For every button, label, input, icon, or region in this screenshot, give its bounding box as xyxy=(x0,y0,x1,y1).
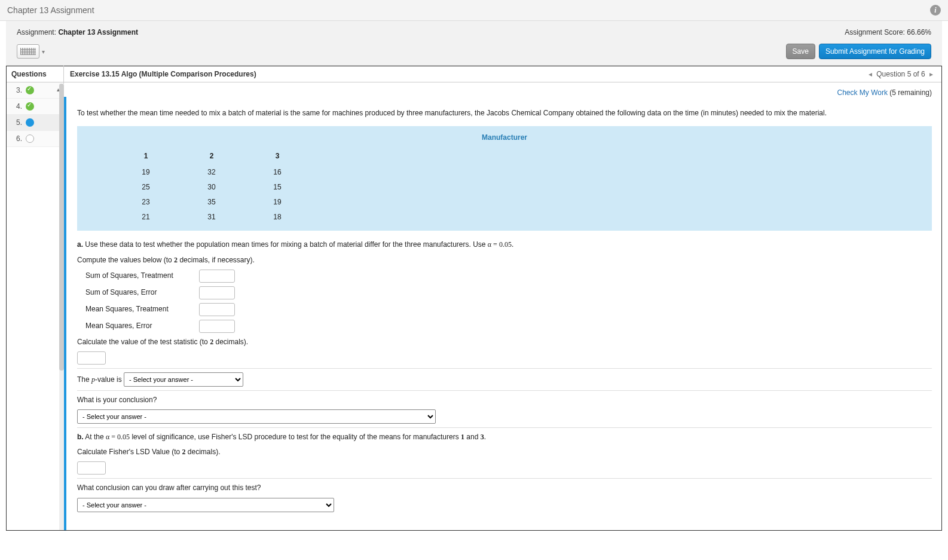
score-value: 66.66% xyxy=(907,28,931,36)
check-my-work-row: Check My Work (5 remaining) xyxy=(64,82,941,97)
sidebar-scrollbar[interactable] xyxy=(59,84,64,530)
manufacturer-table: Manufacturer 1 2 3 19 32 16 25 30 15 23 … xyxy=(77,126,932,231)
label-sse: Sum of Squares, Error xyxy=(85,287,193,298)
question-body: To test whether the mean time needed to … xyxy=(64,97,941,530)
check-my-work-link[interactable]: Check My Work xyxy=(837,88,887,97)
part-a-text: a. Use these data to test whether the po… xyxy=(77,239,932,250)
question-pager: ◂ Question 5 of 6 ▸ xyxy=(866,70,935,78)
input-lsd[interactable] xyxy=(77,461,106,475)
scroll-thumb[interactable] xyxy=(59,84,64,371)
input-mst[interactable] xyxy=(199,303,235,316)
label-sst: Sum of Squares, Treatment xyxy=(85,270,193,281)
table-cell: 30 xyxy=(179,180,244,195)
status-empty-icon xyxy=(26,134,34,143)
table-cell: 19 xyxy=(113,165,179,180)
part-b-label: b. xyxy=(77,433,84,441)
table-cell: 19 xyxy=(244,195,310,210)
part-a-label: a. xyxy=(77,240,83,249)
question-item-4[interactable]: 4. xyxy=(7,99,63,115)
status-ok-icon xyxy=(26,102,34,111)
question-number: 3. xyxy=(11,86,22,94)
question-number: 5. xyxy=(11,118,22,127)
questions-header: Questions xyxy=(7,66,63,82)
table-cell: 25 xyxy=(113,180,179,195)
col-head-2: 2 xyxy=(179,148,244,164)
table-title: Manufacturer xyxy=(113,132,896,148)
input-mse[interactable] xyxy=(199,320,235,333)
table-cell: 15 xyxy=(244,180,310,195)
question-item-6[interactable]: 6. xyxy=(7,131,63,147)
select-pvalue[interactable]: - Select your answer - xyxy=(124,372,243,387)
status-current-icon xyxy=(26,118,34,127)
table-cell: 18 xyxy=(244,210,310,225)
question-number: 4. xyxy=(11,102,22,111)
table-cell: 31 xyxy=(179,210,244,225)
assignment-label: Assignment: xyxy=(17,28,56,36)
table-cell: 23 xyxy=(113,195,179,210)
compute-instruction: Compute the values below (to 2 decimals,… xyxy=(77,255,932,266)
content-panel: Exercise 13.15 Algo (Multiple Comparison… xyxy=(64,66,941,530)
intro-text: To test whether the mean time needed to … xyxy=(77,108,932,119)
question-number: 6. xyxy=(11,134,22,143)
active-indicator-bar xyxy=(64,97,66,530)
score-label: Assignment Score: xyxy=(845,28,905,36)
test-stat-instruction: Calculate the value of the test statisti… xyxy=(77,336,932,348)
chevron-down-icon: ▾ xyxy=(42,48,45,55)
chevron-right-icon[interactable]: ▸ xyxy=(927,70,935,78)
table-cell: 21 xyxy=(113,210,179,225)
field-sse: Sum of Squares, Error xyxy=(85,286,932,299)
final-conclusion-q: What conclusion can you draw after carry… xyxy=(77,482,932,494)
input-sst[interactable] xyxy=(199,270,235,283)
lsd-instruction: Calculate Fisher's LSD Value (to 2 decim… xyxy=(77,446,932,458)
content-header: Exercise 13.15 Algo (Multiple Comparison… xyxy=(64,66,941,82)
input-sse[interactable] xyxy=(199,286,235,299)
select-conclusion[interactable]: - Select your answer - xyxy=(77,409,436,424)
input-test-statistic[interactable] xyxy=(77,351,106,365)
question-item-3[interactable]: 3. ▴ xyxy=(7,82,63,99)
assignment-name: Chapter 13 Assignment xyxy=(58,28,138,36)
save-button[interactable]: Save xyxy=(786,44,815,59)
field-mst: Mean Squares, Treatment xyxy=(85,303,932,316)
question-item-5[interactable]: 5. xyxy=(7,115,63,131)
assignment-bar: Assignment: Chapter 13 Assignment Assign… xyxy=(6,21,942,66)
field-mse: Mean Squares, Error xyxy=(85,320,932,333)
main-area: Questions 3. ▴ 4. 5. 6. Exercise 13.15 A… xyxy=(6,66,942,531)
alpha-expression-b: α = 0.05 xyxy=(106,433,130,441)
alpha-expression: α = 0.05 xyxy=(488,240,512,249)
page-title: Chapter 13 Assignment xyxy=(7,5,94,15)
select-final-conclusion[interactable]: - Select your answer - xyxy=(77,498,334,512)
table-cell: 32 xyxy=(179,165,244,180)
col-head-1: 1 xyxy=(113,148,179,164)
info-icon[interactable]: i xyxy=(930,5,941,16)
keyboard-icon xyxy=(17,44,39,59)
table-cell: 35 xyxy=(179,195,244,210)
keyboard-toggle[interactable]: ▾ xyxy=(17,44,45,59)
part-b-text: b. At the α = 0.05 level of significance… xyxy=(77,432,932,443)
chevron-left-icon[interactable]: ◂ xyxy=(866,70,874,78)
label-mse: Mean Squares, Error xyxy=(85,320,193,332)
check-remaining: (5 remaining) xyxy=(889,88,932,97)
exercise-title: Exercise 13.15 Algo (Multiple Comparison… xyxy=(70,70,256,78)
submit-button[interactable]: Submit Assignment for Grading xyxy=(819,44,931,59)
table-cell: 16 xyxy=(244,165,310,180)
conclusion-q: What is your conclusion? xyxy=(77,394,932,406)
field-sst: Sum of Squares, Treatment xyxy=(85,270,932,283)
label-mst: Mean Squares, Treatment xyxy=(85,304,193,315)
col-head-3: 3 xyxy=(244,148,310,164)
status-ok-icon xyxy=(26,86,34,94)
page-header: Chapter 13 Assignment i xyxy=(0,0,948,21)
pager-text: Question 5 of 6 xyxy=(876,70,925,78)
questions-sidebar: Questions 3. ▴ 4. 5. 6. xyxy=(7,66,64,530)
pvalue-row: The p-value is - Select your answer - xyxy=(77,372,932,387)
